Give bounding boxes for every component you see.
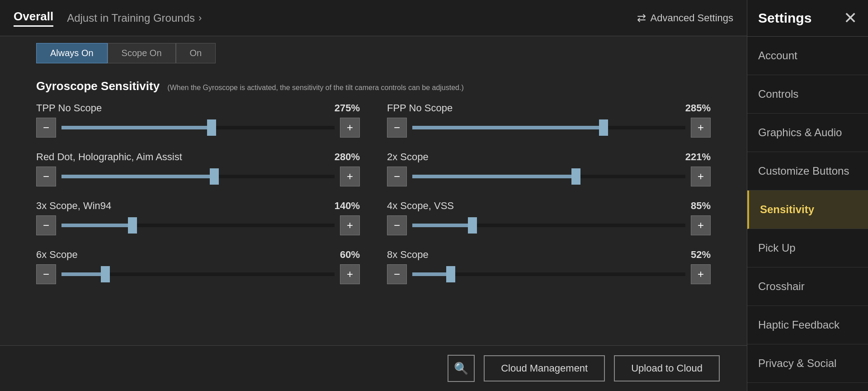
slider-thumb-4[interactable] [128, 217, 137, 234]
slider-item: 3x Scope, Win94140%−+ [36, 200, 360, 235]
sidebar-item-haptic-feedback[interactable]: Haptic Feedback [747, 306, 868, 344]
sidebar-nav: AccountControlsGraphics & AudioCustomize… [747, 37, 868, 391]
slider-minus-1[interactable]: − [387, 118, 407, 138]
slider-item: TPP No Scope275%−+ [36, 102, 360, 138]
sidebar: Settings ✕ AccountControlsGraphics & Aud… [747, 0, 868, 391]
slider-track-1[interactable] [412, 126, 685, 129]
slider-minus-2[interactable]: − [36, 167, 56, 186]
slider-label-7: 8x Scope [387, 249, 429, 261]
slider-fill-6 [61, 272, 105, 276]
tab-overall[interactable]: Overall [14, 10, 53, 27]
toggle-scope-on[interactable]: Scope On [108, 43, 176, 63]
slider-fill-4 [61, 224, 132, 227]
slider-thumb-5[interactable] [468, 217, 477, 234]
slider-item: 2x Scope221%−+ [387, 151, 711, 186]
advanced-settings-button[interactable]: ⇄ Advanced Settings [637, 12, 733, 24]
search-icon: 🔍 [454, 362, 468, 376]
tab-training-arrow: › [198, 12, 202, 24]
slider-label-3: 2x Scope [387, 151, 429, 163]
slider-fill-1 [412, 126, 604, 129]
slider-plus-7[interactable]: + [691, 264, 711, 284]
slider-track-0[interactable] [61, 126, 335, 129]
slider-item: 4x Scope, VSS85%−+ [387, 200, 711, 235]
slider-minus-5[interactable]: − [387, 215, 407, 235]
top-bar: Overall Adjust in Training Grounds › ⇄ A… [0, 0, 747, 36]
gyroscope-note: (When the Gyroscope is activated, the se… [167, 84, 463, 91]
slider-thumb-6[interactable] [101, 266, 110, 282]
slider-value-6: 60% [340, 249, 360, 261]
main-content: Overall Adjust in Training Grounds › ⇄ A… [0, 0, 747, 391]
slider-item: FPP No Scope285%−+ [387, 102, 711, 138]
tab-training[interactable]: Adjust in Training Grounds › [67, 12, 202, 24]
toggle-row: Always On Scope On On [0, 36, 747, 70]
slider-thumb-1[interactable] [599, 119, 608, 136]
slider-minus-4[interactable]: − [36, 215, 56, 235]
sidebar-item-account[interactable]: Account [747, 37, 868, 75]
sidebar-item-crosshair[interactable]: Crosshair [747, 267, 868, 306]
slider-value-2: 280% [335, 151, 360, 163]
toggle-on[interactable]: On [176, 43, 216, 63]
advanced-settings-icon: ⇄ [637, 12, 646, 24]
slider-plus-3[interactable]: + [691, 167, 711, 186]
content-area: Gyroscope Sensitivity (When the Gyroscop… [0, 70, 747, 345]
slider-thumb-0[interactable] [207, 119, 216, 136]
slider-minus-7[interactable]: − [387, 264, 407, 284]
section-title: Gyroscope Sensitivity (When the Gyroscop… [36, 79, 711, 93]
sidebar-item-privacy-social[interactable]: Privacy & Social [747, 344, 868, 383]
slider-value-3: 221% [685, 151, 711, 163]
slider-item: 8x Scope52%−+ [387, 249, 711, 284]
settings-title: Settings [758, 10, 811, 26]
slider-fill-0 [61, 126, 212, 129]
slider-value-1: 285% [685, 102, 711, 114]
slider-plus-2[interactable]: + [340, 167, 360, 186]
slider-thumb-7[interactable] [446, 266, 455, 282]
sidebar-header: Settings ✕ [747, 0, 868, 37]
sidebar-item-pick-up[interactable]: Pick Up [747, 229, 868, 267]
slider-track-7[interactable] [412, 272, 685, 276]
upload-to-cloud-button[interactable]: Upload to Cloud [614, 355, 720, 381]
slider-thumb-2[interactable] [210, 168, 219, 185]
slider-track-6[interactable] [61, 272, 335, 276]
sidebar-item-graphics-audio[interactable]: Graphics & Audio [747, 114, 868, 152]
slider-label-4: 3x Scope, Win94 [36, 200, 111, 212]
advanced-settings-label: Advanced Settings [651, 12, 733, 24]
sidebar-item-customize-buttons[interactable]: Customize Buttons [747, 152, 868, 191]
slider-plus-1[interactable]: + [691, 118, 711, 138]
slider-minus-6[interactable]: − [36, 264, 56, 284]
close-button[interactable]: ✕ [844, 10, 857, 26]
slider-track-5[interactable] [412, 224, 685, 227]
slider-plus-0[interactable]: + [340, 118, 360, 138]
slider-label-0: TPP No Scope [36, 102, 102, 114]
sliders-grid: TPP No Scope275%−+FPP No Scope285%−+Red … [36, 102, 711, 284]
slider-thumb-3[interactable] [571, 168, 580, 185]
slider-item: 6x Scope60%−+ [36, 249, 360, 284]
slider-fill-5 [412, 224, 472, 227]
slider-track-4[interactable] [61, 224, 335, 227]
bottom-bar: 🔍 Cloud Management Upload to Cloud [0, 345, 747, 391]
gyroscope-title: Gyroscope Sensitivity [36, 79, 160, 93]
slider-track-3[interactable] [412, 175, 685, 178]
search-button[interactable]: 🔍 [448, 355, 475, 382]
slider-label-2: Red Dot, Holographic, Aim Assist [36, 151, 182, 163]
slider-item: Red Dot, Holographic, Aim Assist280%−+ [36, 151, 360, 186]
slider-value-4: 140% [335, 200, 360, 212]
slider-minus-3[interactable]: − [387, 167, 407, 186]
cloud-management-button[interactable]: Cloud Management [484, 355, 605, 381]
slider-label-6: 6x Scope [36, 249, 78, 261]
slider-label-5: 4x Scope, VSS [387, 200, 454, 212]
sidebar-item-controls[interactable]: Controls [747, 75, 868, 114]
slider-plus-5[interactable]: + [691, 215, 711, 235]
slider-plus-4[interactable]: + [340, 215, 360, 235]
slider-minus-0[interactable]: − [36, 118, 56, 138]
toggle-always-on[interactable]: Always On [36, 43, 108, 63]
slider-fill-7 [412, 272, 451, 276]
slider-label-1: FPP No Scope [387, 102, 453, 114]
slider-fill-2 [61, 175, 214, 178]
slider-value-0: 275% [335, 102, 360, 114]
sidebar-item-sensitivity[interactable]: Sensitivity [747, 191, 868, 229]
slider-value-7: 52% [691, 249, 711, 261]
slider-value-5: 85% [691, 200, 711, 212]
tab-training-label: Adjust in Training Grounds [67, 12, 195, 24]
slider-plus-6[interactable]: + [340, 264, 360, 284]
slider-track-2[interactable] [61, 175, 335, 178]
